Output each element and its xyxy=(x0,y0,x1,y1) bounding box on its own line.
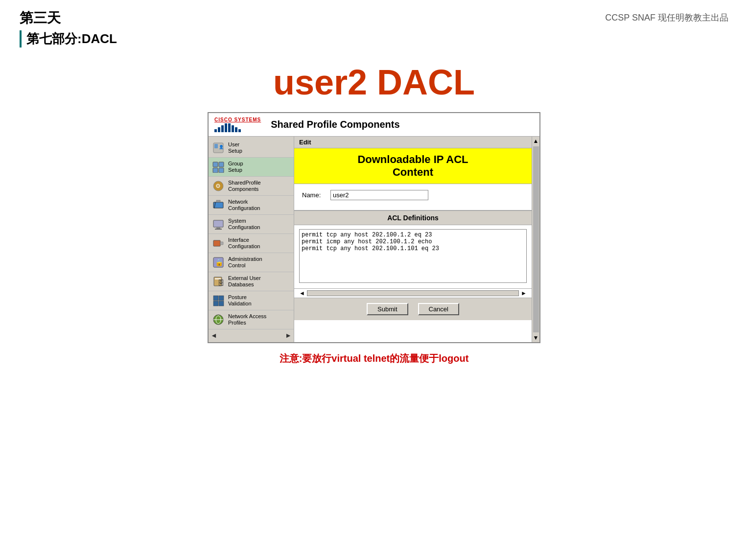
cisco-logo-bars xyxy=(214,123,241,132)
sidebar-label-interface-config: InterfaceConfiguration xyxy=(228,237,260,250)
form-area: Name: xyxy=(294,184,532,210)
sidebar-item-admin-control[interactable]: 🔒 AdministrationControl xyxy=(209,253,294,272)
sidebar-scroll-right[interactable]: ► xyxy=(285,331,292,339)
dacl-header: Downloadable IP ACL Content xyxy=(294,148,532,184)
user-setup-icon: 👤 xyxy=(211,141,225,155)
svg-rect-4 xyxy=(219,162,224,167)
sidebar-label-network-config: NetworkConfiguration xyxy=(228,199,260,211)
sidebar-scroll-arrows: ◄ ► xyxy=(209,330,294,340)
acs-body: 👤 UserSetup GroupSetup ⚙ SharedProfileCo… xyxy=(209,137,539,342)
svg-rect-24 xyxy=(213,301,218,306)
sidebar-label-group-setup: GroupSetup xyxy=(228,161,243,173)
button-row: Submit Cancel xyxy=(294,298,532,320)
sidebar-item-interface-config[interactable]: InterfaceConfiguration xyxy=(209,234,294,253)
admin-control-icon: 🔒 xyxy=(211,256,225,269)
header-subtitle: 第七部分:DACL xyxy=(20,30,117,47)
svg-rect-3 xyxy=(213,162,218,167)
bar2 xyxy=(218,127,220,132)
group-setup-icon xyxy=(211,160,225,174)
bar7 xyxy=(235,127,237,132)
svg-rect-22 xyxy=(213,296,218,301)
sidebar-label-user-setup: UserSetup xyxy=(228,141,242,154)
sidebar-scroll-left[interactable]: ◄ xyxy=(210,331,217,339)
acs-top-bar: Cisco Systems Shared Profile Components xyxy=(209,113,539,137)
svg-rect-12 xyxy=(213,220,223,227)
svg-rect-15 xyxy=(213,240,220,246)
name-input[interactable] xyxy=(330,190,428,200)
bar6 xyxy=(232,125,234,132)
hscroll-right-arrow[interactable]: ► xyxy=(521,290,527,297)
bar3 xyxy=(221,125,224,132)
main-title: user2 DACL xyxy=(0,62,748,102)
svg-text:⚙: ⚙ xyxy=(215,183,221,189)
scroll-track[interactable] xyxy=(533,146,539,332)
network-access-icon xyxy=(211,313,225,327)
dacl-header-line2: Content xyxy=(299,166,527,179)
sidebar-item-network-config[interactable]: NetworkConfiguration xyxy=(209,196,294,215)
name-label: Name: xyxy=(302,191,327,199)
svg-text:🗄: 🗄 xyxy=(217,279,224,287)
acl-textarea-wrapper: permit tcp any host 202.100.1.2 eq 23 pe… xyxy=(294,225,532,288)
svg-rect-13 xyxy=(216,227,220,229)
header-left: 第三天 第七部分:DACL xyxy=(20,9,117,47)
posture-icon xyxy=(211,294,225,307)
acs-window: Cisco Systems Shared Profile Components xyxy=(208,112,540,343)
name-row: Name: xyxy=(302,190,524,200)
sidebar-label-admin-control: AdministrationControl xyxy=(228,256,262,269)
sidebar-item-external-db[interactable]: 🗄 External UserDatabases xyxy=(209,272,294,291)
submit-button[interactable]: Submit xyxy=(367,303,408,315)
acs-sidebar: 👤 UserSetup GroupSetup ⚙ SharedProfileCo… xyxy=(209,137,294,342)
acl-textarea[interactable]: permit tcp any host 202.100.1.2 eq 23 pe… xyxy=(299,229,527,283)
cancel-button[interactable]: Cancel xyxy=(418,303,459,315)
svg-rect-11 xyxy=(216,200,220,202)
content-wrapper: Cisco Systems Shared Profile Components xyxy=(0,112,748,343)
page-header: 第三天 第七部分:DACL CCSP SNAF 现任明教教主出品 xyxy=(0,0,748,47)
bar1 xyxy=(214,129,217,132)
svg-text:🔒: 🔒 xyxy=(215,258,224,267)
sidebar-item-system-config[interactable]: SystemConfiguration xyxy=(209,215,294,234)
sidebar-item-network-access[interactable]: Network AccessProfiles xyxy=(209,310,294,329)
svg-rect-14 xyxy=(215,229,222,230)
system-config-icon xyxy=(211,217,225,231)
acl-hscroll: ◄ ► xyxy=(294,288,532,298)
scroll-down-arrow[interactable]: ▼ xyxy=(532,333,540,342)
external-db-icon: 🗄 xyxy=(211,275,225,288)
hscroll-left-arrow[interactable]: ◄ xyxy=(299,290,305,297)
acs-main: Edit Downloadable IP ACL Content Name: xyxy=(294,137,532,342)
svg-rect-23 xyxy=(219,296,224,301)
header-title: 第三天 xyxy=(20,9,117,27)
sidebar-label-external-db: External UserDatabases xyxy=(228,275,261,288)
svg-rect-16 xyxy=(220,242,223,245)
sidebar-item-shared-profile[interactable]: ⚙ SharedProfileComponents xyxy=(209,177,294,196)
shared-profile-icon: ⚙ xyxy=(211,179,225,193)
svg-rect-6 xyxy=(219,168,224,173)
sidebar-item-posture[interactable]: PostureValidation xyxy=(209,291,294,310)
acl-section-title: ACL Definitions xyxy=(294,210,532,225)
sidebar-label-shared-profile: SharedProfileComponents xyxy=(228,180,261,192)
dacl-header-line1: Downloadable IP ACL xyxy=(299,153,527,166)
right-scrollbar[interactable]: ▲ ▼ xyxy=(532,137,539,342)
svg-rect-1 xyxy=(214,144,218,148)
cisco-logo: Cisco Systems xyxy=(214,117,261,132)
main-with-scroll: Edit Downloadable IP ACL Content Name: xyxy=(294,137,539,342)
cisco-logo-text: Cisco Systems xyxy=(214,117,261,122)
bar5 xyxy=(228,123,231,132)
svg-rect-5 xyxy=(213,168,218,173)
interface-config-icon xyxy=(211,236,225,250)
bar4 xyxy=(225,123,227,132)
bottom-note: 注意:要放行virtual telnet的流量便于logout xyxy=(0,352,748,365)
sidebar-label-posture: PostureValidation xyxy=(228,294,252,307)
sidebar-item-group-setup[interactable]: GroupSetup xyxy=(209,158,294,177)
edit-bar: Edit xyxy=(294,137,532,148)
acs-page-title: Shared Profile Components xyxy=(271,119,399,130)
header-right-text: CCSP SNAF 现任明教教主出品 xyxy=(605,12,728,23)
hscroll-track[interactable] xyxy=(307,290,519,296)
sidebar-item-user-setup[interactable]: 👤 UserSetup xyxy=(209,139,294,158)
scroll-up-arrow[interactable]: ▲ xyxy=(532,137,540,145)
bar8 xyxy=(238,129,241,132)
sidebar-label-network-access: Network AccessProfiles xyxy=(228,313,266,326)
svg-rect-25 xyxy=(219,301,224,306)
sidebar-label-system-config: SystemConfiguration xyxy=(228,218,260,231)
svg-text:👤: 👤 xyxy=(219,144,224,149)
network-config-icon xyxy=(211,198,225,212)
